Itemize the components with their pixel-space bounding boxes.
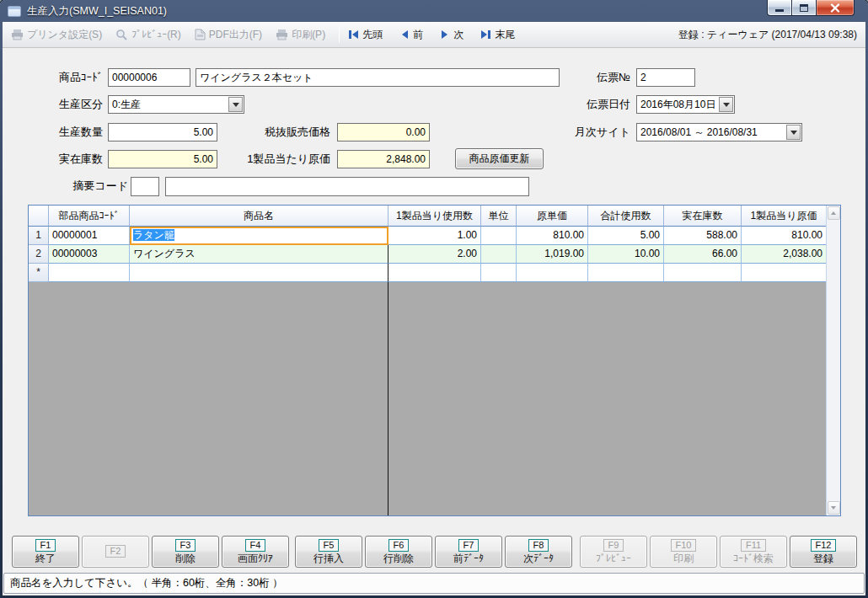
scroll-down-button[interactable] [828,501,840,515]
production-type-label: 生産区分 [19,95,103,114]
col-header-cost[interactable]: 1製品当り原価 [742,206,826,227]
fkey-f11-code-search[interactable]: F11ｺｰﾄﾞ検索 [720,536,787,568]
fkey-f2[interactable]: F2 [82,536,149,568]
product-name-cell-active[interactable]: ラタン籠 [130,227,388,245]
total-usage-cell[interactable] [588,264,664,282]
vertical-scrollbar[interactable] [826,206,840,515]
unit-price-cell[interactable]: 810.00 [517,227,588,245]
toolbar-separator [339,26,340,43]
titlebar[interactable]: 生産入力(SMW_I_SEISAN01) [0,0,868,22]
monthly-site-select[interactable]: 2016/08/01 ～ 2016/08/31 [636,123,802,141]
client-area: 商品ｺｰﾄﾞ 00000006 ワイングラス２本セット 伝票№ 2 生産区分 0… [3,48,865,595]
stock-cell[interactable]: 588.00 [664,227,742,245]
production-qty-label: 生産数量 [19,123,103,141]
part-code-cell[interactable] [49,264,130,282]
product-name-cell[interactable]: ワイングラス [130,245,388,264]
fkey-f5-insert-row[interactable]: F5行挿入 [295,536,362,568]
cost-cell[interactable]: 2,038.00 [742,245,826,264]
chevron-down-icon[interactable] [228,97,243,112]
fkey-f8-next-data[interactable]: F8次ﾃﾞｰﾀ [505,536,572,568]
nav-first-button[interactable]: 先頭 [348,28,383,42]
actual-stock-field[interactable]: 5.00 [108,150,217,168]
print-icon [276,29,288,40]
scroll-up-button[interactable] [828,206,840,220]
usage-cell[interactable]: 1.00 [388,227,481,245]
row-number-cell[interactable]: * [29,264,49,282]
row-number-cell[interactable]: 1 [29,227,49,245]
product-code-label: 商品ｺｰﾄﾞ [19,68,103,87]
summary-text-field[interactable] [165,177,529,196]
status-message: 商品名を入力して下さい。（ 半角：60桁、全角：30桁 ） [10,577,283,589]
stock-cell[interactable] [664,264,742,282]
selected-text: ラタン籠 [133,229,174,241]
col-header-total-usage[interactable]: 合計使用数 [588,206,664,227]
window-controls [767,0,855,16]
window-title: 生産入力(SMW_I_SEISAN01) [27,4,167,19]
maximize-button[interactable] [792,0,816,16]
fkey-f7-prev-data[interactable]: F7前ﾃﾞｰﾀ [435,536,502,568]
unit-cell[interactable] [481,264,517,282]
col-header-unit[interactable]: 単位 [481,206,517,227]
frozen-column-divider [388,282,388,515]
unit-price-cell[interactable]: 1,019.00 [517,245,588,264]
part-code-cell[interactable]: 00000003 [49,245,130,264]
part-code-cell[interactable]: 00000001 [49,227,130,245]
fkey-f3-delete[interactable]: F3削除 [152,536,219,568]
grid-corner-cell[interactable] [29,206,49,227]
summary-code-field[interactable] [131,177,159,196]
nav-last-icon [480,29,491,40]
product-name-cell[interactable] [130,264,388,282]
product-code-field[interactable]: 00000006 [108,68,190,87]
printer-setup-button[interactable]: プリンタ設定(S) [11,28,102,42]
fkey-f1-exit[interactable]: F1終了 [12,536,79,568]
parts-grid: 部品商品ｺｰﾄﾞ 商品名 1製品当り使用数 単位 原単価 合計使用数 実在庫数 … [28,205,841,516]
col-header-part-code[interactable]: 部品商品ｺｰﾄﾞ [49,206,130,227]
row-number-cell[interactable]: 2 [29,245,49,264]
scroll-down-icon [831,506,836,510]
usage-cell[interactable] [388,264,481,282]
fkey-f4-clear-screen[interactable]: F4画面ｸﾘｱ [222,536,289,568]
total-usage-cell[interactable]: 10.00 [588,245,664,264]
preview-icon [115,29,128,40]
preview-button[interactable]: ﾌﾟﾚﾋﾞｭｰ(R) [115,29,181,40]
table-row: 1 00000001 ラタン籠 1.00 810.00 5.00 588.00 … [29,227,826,245]
sales-price-field[interactable]: 0.00 [337,123,430,141]
fkey-f10-print[interactable]: F10印刷 [650,536,717,568]
nav-prev-button[interactable]: 前 [399,28,423,42]
close-button[interactable] [816,0,855,16]
unit-cost-label: 1製品当たり原価 [236,150,330,168]
unit-cell[interactable] [481,245,517,264]
col-header-stock[interactable]: 実在庫数 [664,206,742,227]
total-usage-cell[interactable]: 5.00 [588,227,664,245]
minimize-button[interactable] [767,0,792,16]
sales-price-label: 税抜販売価格 [236,123,330,141]
nav-last-button[interactable]: 末尾 [480,28,515,42]
unit-cost-field[interactable]: 2,848.00 [337,150,430,168]
cost-cell[interactable]: 810.00 [742,227,826,245]
registered-by-text: 登録 : ティーウェア (2017/04/13 09:38) [678,28,857,42]
usage-cell[interactable]: 2.00 [388,245,481,264]
fkey-f12-register[interactable]: F12登録 [790,536,857,568]
pdf-output-button[interactable]: PDF出力(F) [195,28,262,42]
cost-cell[interactable] [742,264,826,282]
print-button[interactable]: 印刷(P) [276,28,325,42]
app-window: 生産入力(SMW_I_SEISAN01) プリンタ設定(S) [0,0,868,598]
production-type-select[interactable]: 0:生産 [108,95,244,114]
stock-cell[interactable]: 66.00 [664,245,742,264]
nav-next-button[interactable]: 次 [440,28,463,42]
production-qty-field[interactable]: 5.00 [108,123,217,141]
chevron-down-icon[interactable] [786,125,801,140]
slip-date-select[interactable]: 2016年08月10日 [636,95,735,114]
product-name-field[interactable]: ワイングラス２本セット [196,68,560,87]
pdf-icon [195,29,206,40]
fkey-f9-preview[interactable]: F9ﾌﾟﾚﾋﾞｭｰ [580,536,647,568]
col-header-product-name[interactable]: 商品名 [130,206,388,227]
slip-no-field[interactable]: 2 [636,68,695,87]
fkey-f6-delete-row[interactable]: F6行削除 [365,536,432,568]
chevron-down-icon[interactable] [719,97,733,112]
update-cost-button[interactable]: 商品原価更新 [455,148,544,169]
col-header-usage[interactable]: 1製品当り使用数 [388,206,481,227]
col-header-unit-price[interactable]: 原単価 [517,206,588,227]
unit-cell[interactable] [481,227,517,245]
unit-price-cell[interactable] [517,264,588,282]
